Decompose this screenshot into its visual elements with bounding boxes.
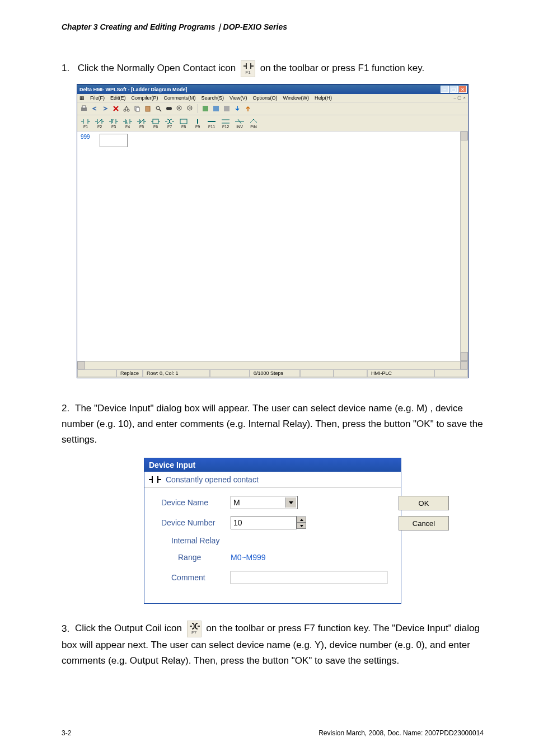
svg-rect-14 xyxy=(146,106,150,111)
menu-options[interactable]: Options(O) xyxy=(252,95,277,101)
step-3: 3.Click the Output Coil icon F7 on the t… xyxy=(62,621,484,669)
ladder-canvas[interactable]: 999 xyxy=(77,132,468,361)
menu-file[interactable]: File(F) xyxy=(90,95,105,101)
zoom-out-icon[interactable] xyxy=(186,104,195,113)
ladder-f6-icon[interactable]: F6 xyxy=(149,117,162,129)
step-1: 1. Click the Normally Open Contact icon … xyxy=(62,60,484,77)
svg-point-8 xyxy=(124,109,126,111)
window-title: Delta HMI- WPLSoft - [Ladder Diagram Mod… xyxy=(79,87,441,92)
wplsoft-window: Delta HMI- WPLSoft - [Ladder Diagram Mod… xyxy=(77,84,469,378)
code-icon[interactable] xyxy=(212,104,221,113)
revision-info: Revision March, 2008, Doc. Name: 2007PDD… xyxy=(318,729,484,737)
cancel-button[interactable]: Cancel xyxy=(399,516,449,530)
ladder-f11-icon[interactable]: F11 xyxy=(205,117,218,129)
compile-icon[interactable] xyxy=(201,104,210,113)
menu-search[interactable]: Search(S) xyxy=(202,95,224,101)
minimize-button[interactable]: – xyxy=(441,86,449,93)
svg-line-16 xyxy=(159,109,161,111)
menu-view[interactable]: View(V) xyxy=(229,95,247,101)
zoom-in-icon[interactable] xyxy=(175,104,184,113)
up-icon[interactable] xyxy=(243,104,252,113)
ladder-f5-icon[interactable]: F5 xyxy=(135,117,148,129)
down-icon[interactable] xyxy=(233,104,242,113)
device-name-select[interactable]: M xyxy=(231,496,298,509)
vertical-scrollbar[interactable] xyxy=(460,132,468,361)
ladder-f9-icon[interactable]: F9 xyxy=(191,117,204,129)
svg-point-9 xyxy=(127,109,129,111)
menu-compiler[interactable]: Compiler(P) xyxy=(132,95,158,101)
step-1-text-a: Click the Normally Open Contact icon xyxy=(78,63,236,73)
toolbar-ladder: F1 F2 F3 F4 F5 F6 F7 F8 F9 F11 F12 INV P… xyxy=(77,115,468,132)
step-3-text-a: Click the Output Coil icon xyxy=(75,623,182,634)
ladder-f12-icon[interactable]: F12 xyxy=(219,117,232,129)
delete-icon[interactable] xyxy=(111,104,120,113)
toolbar-main xyxy=(77,102,468,115)
step-2-text: The "Device Input" dialog box will appea… xyxy=(62,403,483,445)
ladder-f4-icon[interactable]: F4 xyxy=(121,117,134,129)
spinner-icon[interactable] xyxy=(297,516,306,529)
menu-window[interactable]: Window(W) xyxy=(283,95,309,101)
titlebar: Delta HMI- WPLSoft - [Ladder Diagram Mod… xyxy=(77,84,468,94)
device-number-input[interactable]: 10 xyxy=(231,516,297,529)
status-replace: Replace xyxy=(116,369,143,377)
row-number: 999 xyxy=(81,134,90,140)
chevron-down-icon xyxy=(289,501,293,504)
f1-label: F1 xyxy=(241,69,255,76)
output-coil-icon[interactable]: F7 xyxy=(187,621,202,637)
ladder-f7-icon[interactable]: F7 xyxy=(163,117,176,129)
svg-rect-54 xyxy=(180,119,187,124)
paste-icon[interactable] xyxy=(143,104,152,113)
page-footer: 3-2 Revision March, 2008, Doc. Name: 200… xyxy=(62,729,484,737)
normally-open-contact-icon[interactable]: F1 xyxy=(241,60,255,77)
ladder-f2-icon[interactable]: F2 xyxy=(93,117,106,129)
ladder-f1-icon[interactable]: F1 xyxy=(79,117,92,129)
find-icon[interactable] xyxy=(154,104,163,113)
device-name-label: Device Name xyxy=(161,498,223,507)
cut-icon[interactable] xyxy=(122,104,131,113)
print-icon[interactable] xyxy=(79,104,88,113)
sim-icon[interactable] xyxy=(222,104,231,113)
internal-relay-label: Internal Relay xyxy=(161,536,387,545)
maximize-button[interactable]: ▢ xyxy=(449,86,458,93)
device-input-dialog: Device Input Constantly opened contact D… xyxy=(144,458,401,604)
menu-help[interactable]: Help(H) xyxy=(315,95,332,101)
dialog-subtitle: Constantly opened contact xyxy=(166,475,259,484)
menu-comments[interactable]: Comments(M) xyxy=(164,95,196,101)
ladder-f3-icon[interactable]: F3 xyxy=(107,117,120,129)
page-number: 3-2 xyxy=(62,729,71,737)
ladder-pn-icon[interactable]: P/N xyxy=(247,117,260,129)
status-hmi: HMI-PLC xyxy=(367,369,434,377)
ladder-cell[interactable] xyxy=(100,134,128,147)
svg-line-48 xyxy=(139,119,144,124)
dialog-subtitle-row: Constantly opened contact xyxy=(144,472,401,488)
step-1-num: 1. xyxy=(62,60,75,76)
svg-line-35 xyxy=(97,119,102,124)
ladder-f8-icon[interactable]: F8 xyxy=(177,117,190,129)
svg-rect-24 xyxy=(203,106,208,111)
page-header: Chapter 3 Creating and Editing Programs｜… xyxy=(62,22,484,32)
copy-icon[interactable] xyxy=(133,104,142,113)
step-2: 2.The "Device Input" dialog box will app… xyxy=(62,401,484,448)
inner-window-controls[interactable]: – ▢ × xyxy=(453,95,466,101)
ok-button[interactable]: OK xyxy=(399,496,449,510)
statusbar: Replace Row: 0, Col: 1 0/1000 Steps HMI-… xyxy=(77,369,468,378)
dialog-title: Device Input xyxy=(144,458,401,472)
horizontal-scrollbar[interactable] xyxy=(77,361,468,369)
binoc-icon[interactable] xyxy=(165,104,174,113)
menu-edit[interactable]: Edit(E) xyxy=(110,95,126,101)
redo-icon[interactable] xyxy=(101,104,110,113)
doc-icon: ▦ xyxy=(79,95,85,101)
svg-rect-26 xyxy=(224,106,229,111)
status-steps: 0/1000 Steps xyxy=(250,369,300,377)
f7-label: F7 xyxy=(188,629,201,636)
range-label: Range xyxy=(161,553,223,562)
close-button[interactable]: × xyxy=(458,86,467,93)
hscroll-right-icon[interactable] xyxy=(460,361,468,369)
comment-input[interactable] xyxy=(231,571,387,584)
ladder-inv-icon[interactable]: INV xyxy=(233,117,246,129)
svg-point-18 xyxy=(168,107,172,110)
comment-label: Comment xyxy=(161,573,223,582)
hscroll-left-icon[interactable] xyxy=(77,361,85,369)
svg-rect-49 xyxy=(153,119,158,124)
undo-icon[interactable] xyxy=(90,104,99,113)
